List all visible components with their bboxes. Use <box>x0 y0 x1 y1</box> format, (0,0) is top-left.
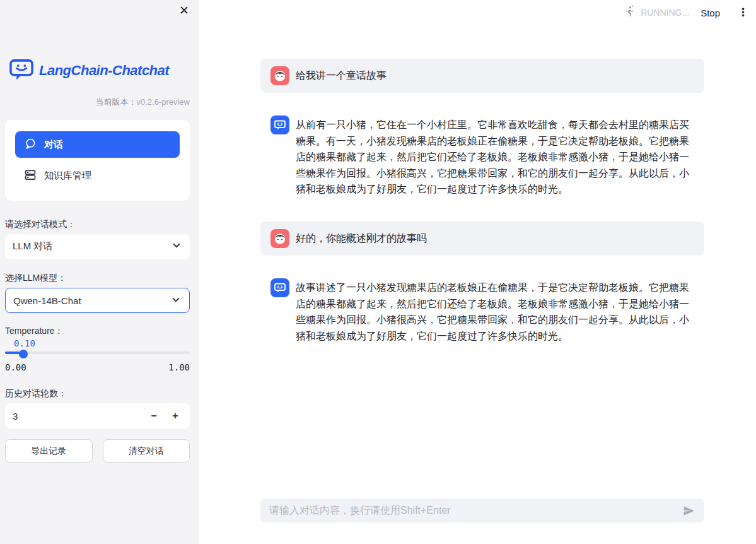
temperature-slider-track[interactable] <box>5 352 190 354</box>
nav-item-label: 知识库管理 <box>44 170 91 182</box>
chat-message: 故事讲述了一只小猪发现糖果店的老板娘正在偷糖果，于是它决定帮助老板娘。它把糖果店… <box>260 280 704 344</box>
user-avatar-icon <box>270 229 289 248</box>
send-icon[interactable] <box>679 501 698 520</box>
temperature-range: 0.00 1.00 <box>5 362 190 372</box>
dialog-mode-label: 请选择对话模式： <box>5 219 76 230</box>
nav-item-dialogue[interactable]: 对话 <box>15 131 180 158</box>
history-rounds-label: 历史对话轮数： <box>5 388 67 399</box>
chat-message: 给我讲一个童话故事 <box>260 59 704 93</box>
database-icon <box>24 169 37 183</box>
increment-button[interactable]: + <box>165 403 186 429</box>
message-text: 从前有一只小猪，它住在一个小村庄里。它非常喜欢吃甜食，每天都会去村里的糖果店买糖… <box>296 117 694 198</box>
dialog-mode-value: LLM 对话 <box>13 240 171 252</box>
running-status: RUNNING... <box>623 5 689 20</box>
history-rounds-value: 3 <box>13 411 143 422</box>
nav-card: 对话 知识库管理 <box>5 120 190 201</box>
version-number: v0.2.6-preview <box>136 97 190 107</box>
nav-item-label: 对话 <box>44 139 63 151</box>
temperature-max: 1.00 <box>168 362 190 372</box>
export-history-button[interactable]: 导出记录 <box>5 439 93 463</box>
temperature-min: 0.00 <box>5 362 26 372</box>
kebab-menu-icon[interactable]: ⋮ <box>738 7 748 18</box>
assistant-avatar-icon <box>270 115 289 134</box>
close-icon[interactable]: ✕ <box>176 3 192 19</box>
temperature-label: Temperature： <box>5 326 64 337</box>
message-text: 故事讲述了一只小猪发现糖果店的老板娘正在偷糖果，于是它决定帮助老板娘。它把糖果店… <box>296 280 694 344</box>
version-label: 当前版本： <box>95 97 136 107</box>
version-info: 当前版本：v0.2.6-preview <box>5 97 190 108</box>
message-list: 给我讲一个童话故事 <box>260 59 704 368</box>
llm-model-select[interactable]: Qwen-14B-Chat <box>5 288 190 313</box>
llm-model-value: Qwen-14B-Chat <box>13 295 170 306</box>
history-rounds-input[interactable]: 3 − + <box>5 403 190 429</box>
chat-bubble-icon <box>24 138 37 152</box>
chat-message: 好的，你能概述刚才的故事吗 <box>260 222 704 256</box>
stop-button[interactable]: Stop <box>701 8 720 18</box>
user-avatar-icon <box>270 66 289 85</box>
logo-chat-bubble-icon <box>9 58 34 83</box>
assistant-avatar-icon <box>270 278 289 297</box>
main-area: RUNNING... Stop ⋮ <box>199 0 756 544</box>
chat-input[interactable]: 请输入对话内容，换行请使用Shift+Enter <box>260 499 704 523</box>
running-man-icon <box>623 5 636 20</box>
chat-message: 从前有一只小猪，它住在一个小村庄里。它非常喜欢吃甜食，每天都会去村里的糖果店买糖… <box>260 117 704 198</box>
nav-item-knowledge-base[interactable]: 知识库管理 <box>15 163 180 188</box>
temperature-slider-thumb[interactable] <box>19 350 28 358</box>
sidebar-actions: 导出记录 清空对话 <box>5 439 190 463</box>
sidebar: ✕ LangChain-Chatchat 当前版本：v0.2.6-preview <box>0 0 199 544</box>
temperature-value: 0.10 <box>14 338 35 348</box>
chevron-down-icon <box>170 294 182 307</box>
running-status-text: RUNNING... <box>641 8 689 18</box>
dialog-mode-select[interactable]: LLM 对话 <box>5 234 190 259</box>
app-logo: LangChain-Chatchat <box>9 58 169 83</box>
chevron-down-icon <box>171 240 182 253</box>
brand-title: LangChain-Chatchat <box>39 62 169 79</box>
chat-input-placeholder: 请输入对话内容，换行请使用Shift+Enter <box>269 504 679 517</box>
message-text: 给我讲一个童话故事 <box>296 68 387 84</box>
clear-dialogue-button[interactable]: 清空对话 <box>103 439 190 463</box>
llm-model-label: 选择LLM模型： <box>5 273 66 284</box>
decrement-button[interactable]: − <box>143 403 165 429</box>
app-header: RUNNING... Stop ⋮ <box>623 0 756 25</box>
message-text: 好的，你能概述刚才的故事吗 <box>296 230 427 247</box>
